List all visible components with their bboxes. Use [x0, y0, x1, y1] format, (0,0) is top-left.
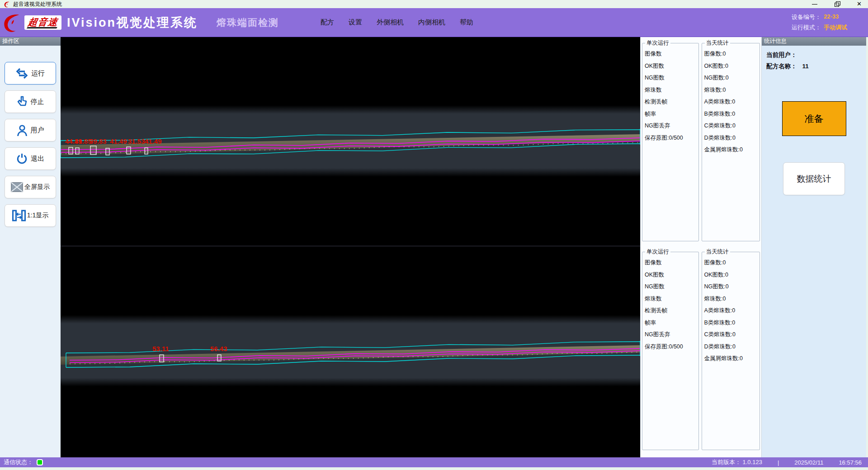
stat-row: 熔珠数	[645, 84, 698, 96]
info-panel-title: 统计信息	[762, 37, 866, 46]
menu-item[interactable]: 内侧相机	[418, 18, 445, 27]
outer-camera-overlay: 44.3941.8539.8341.4931.5341.49	[61, 38, 640, 245]
stat-row: NG图数	[645, 281, 698, 293]
stop-button-label: 停止	[31, 98, 44, 106]
fullscreen-icon	[11, 182, 23, 192]
brand-wordmark: 超音速	[24, 15, 61, 30]
stat-row: NG图丢弃	[645, 329, 698, 341]
stat-row: 熔珠数:0	[704, 84, 760, 96]
daily-stats-title: 当天统计	[705, 39, 730, 47]
run-cycle-icon	[16, 68, 28, 79]
stat-row: NG图数	[645, 72, 698, 84]
daily-stats-group: 当天统计 图像数:0OK图数:0NG图数:0熔珠数:0A类熔珠数:0B类熔珠数:…	[702, 248, 760, 450]
status-bar: 通信状态： 当前版本： 1.0.123 | 2025/02/11 16:57:5…	[0, 457, 868, 467]
window-frame-edge	[0, 467, 868, 470]
stat-row: OK图数:0	[704, 269, 760, 281]
stat-row: C类熔珠数:0	[704, 120, 760, 132]
device-info: 设备编号： 22-33 运行模式： 手动调试	[792, 13, 863, 32]
stat-row: OK图数:0	[704, 60, 760, 72]
inner-camera-image-panel[interactable]: 53.1156.43	[61, 247, 640, 454]
stat-row: NG图数:0	[704, 281, 760, 293]
svg-text:41.49: 41.49	[145, 137, 162, 145]
minimize-button[interactable]	[811, 1, 818, 7]
inner-camera-stats: 单次运行 图像数OK图数NG图数熔珠数检测丢帧帧率NG图丢弃保存原图:0/500…	[642, 248, 760, 450]
app-window: 超音速视觉处理系统 ✕ 超音速 IVision视觉处理系统 熔珠端面检测 配方设…	[0, 0, 868, 470]
outer-camera-image-panel[interactable]: 44.3941.8539.8341.4931.5341.49	[61, 38, 640, 245]
run-statistics-column: 单次运行 图像数OK图数NG图数熔珠数检测丢帧帧率NG图丢弃保存原图:0/500…	[640, 37, 761, 457]
stop-button[interactable]: 停止	[5, 90, 56, 113]
close-button[interactable]: ✕	[857, 1, 862, 7]
stat-row: 检测丢帧	[645, 96, 698, 108]
stat-row: B类熔珠数:0	[704, 108, 760, 120]
stat-row: 帧率	[645, 108, 698, 120]
menu-item[interactable]: 外侧相机	[377, 18, 404, 27]
status-time: 16:57:56	[839, 459, 862, 466]
stat-row: 保存原图:0/500	[645, 341, 698, 353]
ready-button[interactable]: 准备	[782, 101, 846, 136]
stop-hand-icon	[17, 96, 28, 108]
fullscreen-button[interactable]: 全屏显示	[5, 176, 56, 198]
menu-bar: 配方设置外侧相机内侧相机帮助	[321, 18, 473, 27]
titlebar: 超音速视觉处理系统 ✕	[0, 0, 868, 8]
daily-stats-title: 当天统计	[705, 248, 730, 256]
run-mode-value: 手动调试	[824, 24, 855, 32]
app-title: IVision视觉处理系统	[67, 14, 198, 31]
device-id-value: 22-33	[824, 13, 855, 21]
single-run-title: 单次运行	[645, 39, 670, 47]
stat-row: A类熔珠数:0	[704, 305, 760, 317]
exit-button[interactable]: 退出	[5, 147, 56, 170]
menu-item[interactable]: 帮助	[460, 18, 473, 27]
statistics-info-panel: 统计信息 当前用户： 配方名称： 11 准备 数据统计	[761, 37, 866, 457]
version-value: 1.0.123	[743, 459, 762, 465]
brand-logo: 超音速	[2, 12, 61, 33]
one-to-one-button-label: 1:1显示	[27, 212, 48, 220]
stat-row: 图像数:0	[704, 48, 760, 60]
svg-text:53.11: 53.11	[152, 345, 169, 352]
comm-status-indicator	[37, 459, 43, 465]
user-button[interactable]: 用户	[5, 119, 56, 141]
stat-row: 检测丢帧	[645, 305, 698, 317]
camera-view-area: 44.3941.8539.8341.4931.5341.49 53.1156.4…	[61, 37, 640, 457]
stat-row: 帧率	[645, 317, 698, 329]
fullscreen-button-label: 全屏显示	[24, 183, 50, 191]
restore-button[interactable]	[834, 1, 840, 7]
version-label: 当前版本：	[712, 459, 741, 465]
brand-swoosh-icon	[2, 12, 23, 33]
stat-row: 保存原图:0/500	[645, 132, 698, 144]
status-date: 2025/02/11	[794, 459, 823, 466]
app-logo-icon	[4, 1, 10, 8]
daily-stats-group: 当天统计 图像数:0OK图数:0NG图数:0熔珠数:0A类熔珠数:0B类熔珠数:…	[702, 39, 760, 241]
device-id-label: 设备编号：	[792, 13, 821, 21]
outer-camera-stats: 单次运行 图像数OK图数NG图数熔珠数检测丢帧帧率NG图丢弃保存原图:0/500…	[642, 39, 760, 241]
data-statistics-button[interactable]: 数据统计	[783, 162, 845, 195]
sidebar-title: 操作区	[0, 37, 61, 46]
menu-item[interactable]: 设置	[349, 18, 362, 27]
single-run-group: 单次运行 图像数OK图数NG图数熔珠数检测丢帧帧率NG图丢弃保存原图:0/500	[642, 39, 699, 241]
run-mode-label: 运行模式：	[792, 24, 821, 32]
window-title: 超音速视觉处理系统	[13, 0, 62, 8]
svg-text:41.85: 41.85	[75, 137, 92, 145]
separator: |	[778, 459, 779, 466]
run-button[interactable]: 运行	[5, 62, 56, 85]
recipe-name-value: 11	[802, 61, 809, 72]
stat-row: A类熔珠数:0	[704, 96, 760, 108]
stat-row: 图像数	[645, 48, 698, 60]
stat-row: B类熔珠数:0	[704, 317, 760, 329]
svg-text:39.83: 39.83	[90, 137, 107, 145]
svg-text:56.43: 56.43	[210, 345, 227, 352]
run-button-label: 运行	[31, 69, 45, 78]
one-to-one-icon	[12, 210, 26, 221]
one-to-one-button[interactable]: 1:1显示	[5, 204, 56, 227]
single-run-group: 单次运行 图像数OK图数NG图数熔珠数检测丢帧帧率NG图丢弃保存原图:0/500	[642, 248, 699, 450]
stat-row: 熔珠数:0	[704, 293, 760, 305]
stat-row: C类熔珠数:0	[704, 329, 760, 341]
stat-row: 熔珠数	[645, 293, 698, 305]
svg-text:31.53: 31.53	[128, 137, 145, 145]
stat-row: NG图丢弃	[645, 120, 698, 132]
single-run-title: 单次运行	[645, 248, 670, 256]
menu-item[interactable]: 配方	[321, 18, 334, 27]
comm-status-label: 通信状态：	[4, 458, 33, 466]
inner-camera-overlay: 53.1156.43	[61, 247, 640, 454]
stat-row: 图像数	[645, 257, 698, 269]
user-button-label: 用户	[31, 126, 44, 135]
